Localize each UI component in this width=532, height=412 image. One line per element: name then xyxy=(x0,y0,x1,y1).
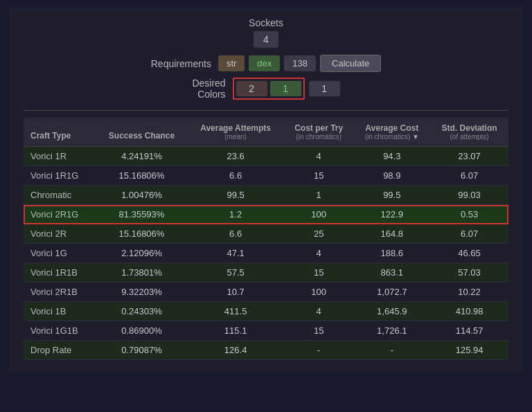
table-row: Vorici 1R1B 1.73801% 57.5 15 863.1 57.03 xyxy=(24,263,508,283)
cell-chance: 9.32203% xyxy=(96,283,188,302)
sockets-value: 4 xyxy=(254,31,278,48)
cell-std: 23.07 xyxy=(430,147,508,166)
table-row: Chromatic 1.00476% 99.5 1 99.5 99.03 xyxy=(24,186,508,205)
requirements-row: Requirements str dex 138 Calculate xyxy=(151,55,381,72)
cell-chance: 0.86900% xyxy=(96,321,188,341)
str-button[interactable]: str xyxy=(218,55,245,71)
cell-chance: 1.00476% xyxy=(96,186,188,205)
cell-avg-cost: 863.1 xyxy=(353,263,430,283)
col-craft-type: Craft Type xyxy=(24,118,96,147)
cell-cost-try: 4 xyxy=(284,147,354,166)
cell-craft-type: Vorici 1B xyxy=(24,302,96,321)
cell-cost-try: 4 xyxy=(284,302,354,321)
red-color-input[interactable] xyxy=(236,81,267,96)
cell-avg-cost: 122.9 xyxy=(353,205,430,224)
cell-std: 46.65 xyxy=(430,244,508,263)
cell-cost-try: 15 xyxy=(284,263,354,283)
cell-craft-type: Vorici 2R1G xyxy=(24,205,96,224)
top-section: Sockets 4 Requirements str dex 138 Calcu… xyxy=(24,17,508,100)
cell-cost-try: 100 xyxy=(284,205,354,224)
dex-button[interactable]: dex xyxy=(249,55,280,71)
table-row: Drop Rate 0.79087% 126.4 - - 125.94 xyxy=(24,341,508,360)
cell-chance: 81.35593% xyxy=(96,205,188,224)
cell-craft-type: Vorici 1R xyxy=(24,147,96,166)
cell-craft-type: Vorici 1R1B xyxy=(24,263,96,283)
green-color-input[interactable] xyxy=(270,81,301,96)
cell-chance: 4.24191% xyxy=(96,147,188,166)
cell-craft-type: Vorici 1R1G xyxy=(24,166,96,186)
cell-std: 99.03 xyxy=(430,186,508,205)
cell-chance: 1.73801% xyxy=(96,263,188,283)
cell-cost-try: 25 xyxy=(284,224,354,244)
cell-chance: 0.79087% xyxy=(96,341,188,360)
cell-chance: 2.12096% xyxy=(96,244,188,263)
cell-attempts: 10.7 xyxy=(187,283,284,302)
blue-color-value: 1 xyxy=(309,81,340,96)
cell-attempts: 57.5 xyxy=(187,263,284,283)
calculate-button[interactable]: Calculate xyxy=(320,55,381,72)
cell-std: 6.07 xyxy=(430,224,508,244)
cell-std: 57.03 xyxy=(430,263,508,283)
sort-indicator: ▼ xyxy=(412,133,419,141)
cell-avg-cost: 1,072.7 xyxy=(353,283,430,302)
table-row: Vorici 2R 15.16806% 6.6 25 164.8 6.07 xyxy=(24,224,508,244)
cell-cost-try: 100 xyxy=(284,283,354,302)
cell-attempts: 47.1 xyxy=(187,244,284,263)
cell-cost-try: 1 xyxy=(284,186,354,205)
table-body: Vorici 1R 4.24191% 23.6 4 94.3 23.07 Vor… xyxy=(24,147,508,360)
cell-avg-cost: 1,645.9 xyxy=(353,302,430,321)
cell-craft-type: Vorici 2R1B xyxy=(24,283,96,302)
cell-std: 10.22 xyxy=(430,283,508,302)
cell-craft-type: Vorici 2R xyxy=(24,224,96,244)
cell-attempts: 1.2 xyxy=(187,205,284,224)
cell-std: 6.07 xyxy=(430,166,508,186)
col-cost-per-try: Cost per Try (in chromatics) xyxy=(284,118,354,147)
desired-colors-label: Desired Colors xyxy=(192,78,225,100)
cell-std: 114.57 xyxy=(430,321,508,341)
main-container: Sockets 4 Requirements str dex 138 Calcu… xyxy=(10,7,522,370)
section-divider xyxy=(24,110,508,111)
cell-avg-cost: 94.3 xyxy=(353,147,430,166)
int-value-button[interactable]: 138 xyxy=(284,55,316,71)
cell-avg-cost: - xyxy=(353,341,430,360)
cell-attempts: 115.1 xyxy=(187,321,284,341)
table-row: Vorici 1G1B 0.86900% 115.1 15 1,726.1 11… xyxy=(24,321,508,341)
table-row: Vorici 1G 2.12096% 47.1 4 188.6 46.65 xyxy=(24,244,508,263)
cell-avg-cost: 98.9 xyxy=(353,166,430,186)
cell-craft-type: Drop Rate xyxy=(24,341,96,360)
table-header-row: Craft Type Success Chance Average Attemp… xyxy=(24,118,508,147)
cell-attempts: 126.4 xyxy=(187,341,284,360)
crafting-table: Craft Type Success Chance Average Attemp… xyxy=(24,118,508,360)
table-row: Vorici 1B 0.24303% 411.5 4 1,645.9 410.9… xyxy=(24,302,508,321)
table-row: Vorici 2R1G 81.35593% 1.2 100 122.9 0.53 xyxy=(24,205,508,224)
table-row: Vorici 2R1B 9.32203% 10.7 100 1,072.7 10… xyxy=(24,283,508,302)
cell-chance: 15.16806% xyxy=(96,224,188,244)
cell-std: 0.53 xyxy=(430,205,508,224)
cell-cost-try: 4 xyxy=(284,244,354,263)
cell-avg-cost: 188.6 xyxy=(353,244,430,263)
cell-avg-cost: 1,726.1 xyxy=(353,321,430,341)
cell-attempts: 6.6 xyxy=(187,224,284,244)
table-row: Vorici 1R 4.24191% 23.6 4 94.3 23.07 xyxy=(24,147,508,166)
cell-chance: 0.24303% xyxy=(96,302,188,321)
desired-row: Desired Colors 1 xyxy=(192,78,339,100)
col-avg-cost[interactable]: Average Cost (in chromatics) ▼ xyxy=(353,118,430,147)
desired-colors-box xyxy=(233,78,305,100)
cell-craft-type: Vorici 1G xyxy=(24,244,96,263)
cell-cost-try: 15 xyxy=(284,321,354,341)
cell-avg-cost: 164.8 xyxy=(353,224,430,244)
cell-attempts: 6.6 xyxy=(187,166,284,186)
cell-std: 125.94 xyxy=(430,341,508,360)
cell-cost-try: 15 xyxy=(284,166,354,186)
cell-craft-type: Chromatic xyxy=(24,186,96,205)
table-row: Vorici 1R1G 15.16806% 6.6 15 98.9 6.07 xyxy=(24,166,508,186)
requirements-label: Requirements xyxy=(151,58,211,69)
cell-cost-try: - xyxy=(284,341,354,360)
cell-std: 410.98 xyxy=(430,302,508,321)
sockets-label: Sockets xyxy=(249,17,283,28)
cell-attempts: 23.6 xyxy=(187,147,284,166)
cell-attempts: 99.5 xyxy=(187,186,284,205)
cell-avg-cost: 99.5 xyxy=(353,186,430,205)
col-success-chance: Success Chance xyxy=(96,118,188,147)
col-std-deviation: Std. Deviation (of attempts) xyxy=(430,118,508,147)
